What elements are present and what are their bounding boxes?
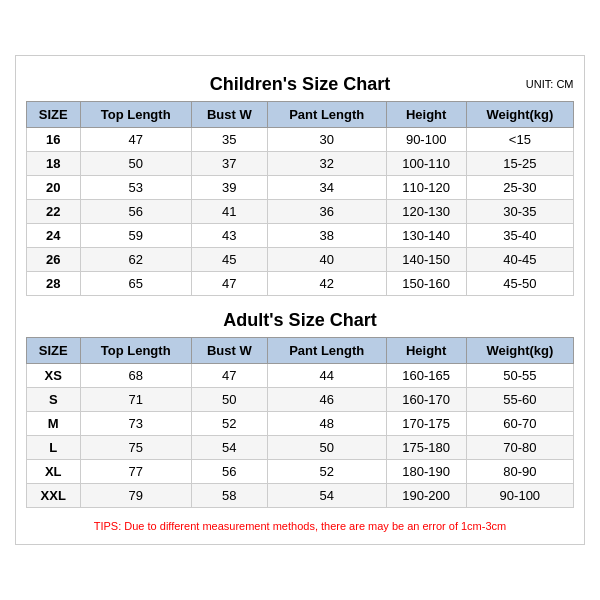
size-chart-container: Children's Size Chart UNIT: CM SIZE Top … xyxy=(15,55,585,545)
table-cell: XS xyxy=(27,364,81,388)
table-cell: 65 xyxy=(80,272,191,296)
table-cell: 40 xyxy=(267,248,386,272)
adult-col-weight: Weight(kg) xyxy=(466,338,573,364)
table-cell: 68 xyxy=(80,364,191,388)
table-cell: 75 xyxy=(80,436,191,460)
table-cell: 37 xyxy=(191,152,267,176)
table-cell: 59 xyxy=(80,224,191,248)
tips-text: TIPS: Due to different measurement metho… xyxy=(26,514,574,534)
table-cell: XXL xyxy=(27,484,81,508)
adult-col-bust-w: Bust W xyxy=(191,338,267,364)
table-cell: 43 xyxy=(191,224,267,248)
table-cell: 32 xyxy=(267,152,386,176)
table-cell: <15 xyxy=(466,128,573,152)
table-cell: 42 xyxy=(267,272,386,296)
table-cell: XL xyxy=(27,460,81,484)
adult-col-size: SIZE xyxy=(27,338,81,364)
table-cell: 170-175 xyxy=(386,412,466,436)
adult-table-body: XS684744160-16550-55S715046160-17055-60M… xyxy=(27,364,574,508)
table-cell: 30-35 xyxy=(466,200,573,224)
table-cell: L xyxy=(27,436,81,460)
table-cell: 190-200 xyxy=(386,484,466,508)
table-cell: 50 xyxy=(191,388,267,412)
table-row: XXL795854190-20090-100 xyxy=(27,484,574,508)
adult-header-row: SIZE Top Length Bust W Pant Length Heigh… xyxy=(27,338,574,364)
table-row: S715046160-17055-60 xyxy=(27,388,574,412)
table-cell: 41 xyxy=(191,200,267,224)
table-row: M735248170-17560-70 xyxy=(27,412,574,436)
table-row: 26624540140-15040-45 xyxy=(27,248,574,272)
table-cell: 160-170 xyxy=(386,388,466,412)
table-row: 18503732100-11015-25 xyxy=(27,152,574,176)
table-cell: 34 xyxy=(267,176,386,200)
children-table-body: 1647353090-100<1518503732100-11015-25205… xyxy=(27,128,574,296)
table-cell: 38 xyxy=(267,224,386,248)
table-cell: 39 xyxy=(191,176,267,200)
table-cell: 52 xyxy=(267,460,386,484)
table-cell: 45 xyxy=(191,248,267,272)
table-cell: 22 xyxy=(27,200,81,224)
table-cell: 30 xyxy=(267,128,386,152)
table-cell: 36 xyxy=(267,200,386,224)
children-col-size: SIZE xyxy=(27,102,81,128)
table-cell: 70-80 xyxy=(466,436,573,460)
table-cell: 53 xyxy=(80,176,191,200)
table-cell: 18 xyxy=(27,152,81,176)
table-cell: 55-60 xyxy=(466,388,573,412)
table-cell: 130-140 xyxy=(386,224,466,248)
children-chart-title: Children's Size Chart xyxy=(210,74,390,94)
table-cell: 110-120 xyxy=(386,176,466,200)
table-cell: 28 xyxy=(27,272,81,296)
children-col-weight: Weight(kg) xyxy=(466,102,573,128)
table-cell: 73 xyxy=(80,412,191,436)
table-cell: 47 xyxy=(80,128,191,152)
table-cell: 20 xyxy=(27,176,81,200)
table-cell: 26 xyxy=(27,248,81,272)
table-cell: 140-150 xyxy=(386,248,466,272)
table-cell: 50 xyxy=(267,436,386,460)
table-cell: 160-165 xyxy=(386,364,466,388)
table-cell: 15-25 xyxy=(466,152,573,176)
table-cell: 54 xyxy=(267,484,386,508)
table-cell: 44 xyxy=(267,364,386,388)
table-cell: 180-190 xyxy=(386,460,466,484)
children-header-row: SIZE Top Length Bust W Pant Length Heigh… xyxy=(27,102,574,128)
table-cell: 90-100 xyxy=(466,484,573,508)
table-cell: 150-160 xyxy=(386,272,466,296)
table-row: 22564136120-13030-35 xyxy=(27,200,574,224)
table-row: 24594338130-14035-40 xyxy=(27,224,574,248)
table-cell: 56 xyxy=(191,460,267,484)
table-cell: 50 xyxy=(80,152,191,176)
table-cell: 58 xyxy=(191,484,267,508)
table-cell: M xyxy=(27,412,81,436)
table-cell: 50-55 xyxy=(466,364,573,388)
table-row: L755450175-18070-80 xyxy=(27,436,574,460)
children-size-table: Children's Size Chart UNIT: CM SIZE Top … xyxy=(26,66,574,296)
table-cell: 47 xyxy=(191,364,267,388)
children-col-height: Height xyxy=(386,102,466,128)
table-cell: 45-50 xyxy=(466,272,573,296)
unit-label: UNIT: CM xyxy=(526,78,574,90)
table-cell: 60-70 xyxy=(466,412,573,436)
table-cell: 47 xyxy=(191,272,267,296)
table-cell: 25-30 xyxy=(466,176,573,200)
table-row: XS684744160-16550-55 xyxy=(27,364,574,388)
table-cell: 52 xyxy=(191,412,267,436)
table-cell: 175-180 xyxy=(386,436,466,460)
table-cell: 40-45 xyxy=(466,248,573,272)
table-cell: S xyxy=(27,388,81,412)
adult-size-table: Adult's Size Chart SIZE Top Length Bust … xyxy=(26,302,574,508)
table-cell: 56 xyxy=(80,200,191,224)
children-col-bust-w: Bust W xyxy=(191,102,267,128)
children-col-top-length: Top Length xyxy=(80,102,191,128)
table-cell: 35-40 xyxy=(466,224,573,248)
table-cell: 54 xyxy=(191,436,267,460)
adult-col-top-length: Top Length xyxy=(80,338,191,364)
table-cell: 71 xyxy=(80,388,191,412)
table-cell: 79 xyxy=(80,484,191,508)
adult-col-height: Height xyxy=(386,338,466,364)
table-row: 1647353090-100<15 xyxy=(27,128,574,152)
table-cell: 62 xyxy=(80,248,191,272)
table-cell: 90-100 xyxy=(386,128,466,152)
table-cell: 24 xyxy=(27,224,81,248)
